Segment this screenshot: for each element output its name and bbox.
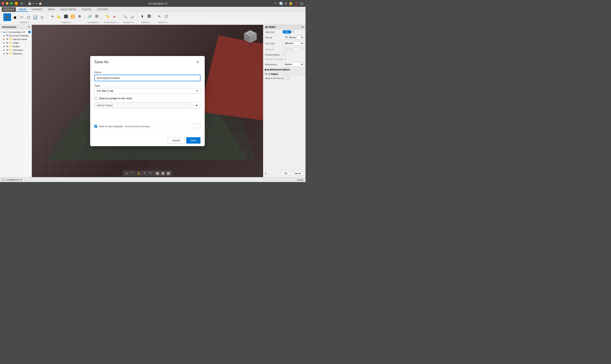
- tree-item-document-settings[interactable]: ▶ ⚙ Document Settings: [0, 34, 32, 37]
- save-computer-row: Save to my computer /Users/levidunn/Desk…: [94, 122, 200, 131]
- chamfer-icon[interactable]: 📐: [56, 13, 62, 19]
- fillet-icon[interactable]: ✂: [50, 13, 55, 19]
- panel-expand-icon[interactable]: ≫: [301, 26, 304, 28]
- grid-icon[interactable]: ⊞: [21, 2, 23, 5]
- 3d-viewport[interactable]: TOP RIGHT FRONT Z X ⊕ 📷 ✋ 🔍 🔍 ⬜ ⬜ ⬜: [32, 25, 263, 177]
- eye-icon: 👁: [6, 38, 9, 40]
- cylinder-icon[interactable]: ⬭: [19, 14, 25, 20]
- ribbon-group-modify: ✂ 📐 ⬛ 🔀 ⚙ MODIFY ▾: [48, 13, 84, 24]
- settings-icon[interactable]: ⚙: [285, 2, 287, 5]
- panel-ok-button[interactable]: OK: [281, 171, 290, 175]
- shell-icon[interactable]: ⬛: [63, 13, 69, 19]
- design-dropdown[interactable]: DESIGN ▾: [2, 7, 16, 12]
- insert-group-label: INSERT ▾: [142, 21, 150, 24]
- name-form-group: Name:: [94, 71, 200, 81]
- tree-item-canvases[interactable]: ▶ 👁 📁 Canvases: [0, 48, 32, 52]
- sidebar-collapse-icon[interactable]: ◀: [2, 26, 3, 28]
- settings-icon: ⚙: [6, 34, 8, 37]
- create-new-icon[interactable]: ➕: [3, 13, 11, 21]
- unit-type-select[interactable]: Millimeter Centimeter Inch: [283, 41, 304, 45]
- window-right-controls: ➕ 🔄 ⚙ 🔔 ❓ LL: [274, 1, 304, 5]
- tab-utilities[interactable]: UTILITIES: [95, 7, 111, 12]
- add-tab-icon[interactable]: ➕: [274, 2, 277, 5]
- tab-mesh[interactable]: MESH: [46, 7, 57, 12]
- selection-row: Selection 1 se... ✕: [263, 29, 306, 35]
- box-icon[interactable]: ◼: [12, 14, 18, 20]
- tree-item-bodies[interactable]: ▶ 👁 📁 Bodies: [0, 45, 32, 48]
- eye-icon: 👁: [6, 45, 9, 48]
- plane-icon[interactable]: 📏: [104, 13, 111, 19]
- file-icon[interactable]: ⬛: [24, 2, 27, 5]
- selection-clear-button[interactable]: ✕: [292, 31, 294, 34]
- unit-type-row: Unit Type Millimeter Centimeter Inch: [263, 40, 306, 46]
- name-input[interactable]: [94, 75, 200, 81]
- undo-icon[interactable]: ↩: [32, 2, 35, 5]
- structure-row: Structure One File: [263, 46, 306, 52]
- extrude-icon[interactable]: ◻: [39, 14, 45, 20]
- tree-item-root[interactable]: ▼ ◉ ⬡ tncncprojecy v2 !: [0, 30, 32, 34]
- combine-icon[interactable]: 🔀: [70, 13, 76, 19]
- joint-icon[interactable]: 🔗: [87, 13, 93, 19]
- section-icon[interactable]: 📊: [129, 13, 135, 19]
- cloud-project-input[interactable]: [94, 103, 192, 108]
- output-section[interactable]: ▼ ▼ Output: [263, 72, 306, 76]
- user-avatar[interactable]: LL: [299, 1, 304, 5]
- tree-item-origin[interactable]: ▶ 👁 📁 Origin: [0, 41, 32, 45]
- dialog-close-button[interactable]: ✕: [195, 59, 200, 65]
- minimize-window-button[interactable]: [6, 2, 9, 5]
- dialog-cancel-button[interactable]: Cancel: [168, 137, 184, 143]
- tab-surface[interactable]: SURFACE: [29, 7, 45, 12]
- help-icon[interactable]: ❓: [294, 2, 298, 5]
- browse-button[interactable]: …: [194, 123, 200, 130]
- measure-icon[interactable]: 🔍: [122, 13, 128, 19]
- tab-solid[interactable]: SOLID: [16, 7, 29, 12]
- send-3d-checkbox[interactable]: [286, 77, 289, 80]
- sync-icon[interactable]: 🔄: [279, 2, 283, 5]
- settings-icon[interactable]: ⚙: [20, 178, 22, 181]
- refinement-options-section[interactable]: ▶ ▶ Refinement Options: [263, 67, 306, 72]
- modify-group-label: MODIFY ▾: [62, 21, 70, 24]
- dialog-overlay: Save As ✕ Name: Type: STL files (*.stl): [32, 25, 263, 177]
- cloud-checkbox-row: Save to a project in the cloud: [94, 97, 200, 100]
- dialog-save-button[interactable]: Save: [186, 137, 200, 143]
- selection-value-button[interactable]: 1 se...: [283, 30, 291, 34]
- save-icon[interactable]: 💾: [28, 2, 31, 5]
- preview-mesh-checkbox[interactable]: [283, 53, 286, 56]
- eye-icon: 👁: [6, 49, 9, 51]
- folder-icon: 📁: [9, 41, 12, 44]
- home-icon[interactable]: 🏠: [39, 2, 42, 5]
- redo-icon[interactable]: ↪: [35, 2, 38, 5]
- sphere-icon[interactable]: ⬡: [26, 14, 31, 20]
- ribbon-group-construct: 📏 🔺 CONSTRUCT ▾: [103, 13, 120, 24]
- component-icon[interactable]: ⛓: [94, 13, 100, 19]
- revolve-icon[interactable]: 🔄: [32, 14, 38, 20]
- chevron-right-icon: ▶: [3, 35, 5, 37]
- panel-cancel-button[interactable]: Cancel: [291, 171, 304, 175]
- close-window-button[interactable]: [2, 2, 4, 5]
- select-icon[interactable]: ↖: [156, 13, 163, 19]
- tab-plastic[interactable]: PLASTIC: [79, 7, 94, 12]
- box-select-icon[interactable]: ☐: [163, 13, 169, 19]
- computer-checkbox[interactable]: [94, 125, 97, 128]
- sidebar-close-icon[interactable]: ✕: [28, 26, 30, 28]
- comments-label[interactable]: COMMENTS: [6, 179, 19, 181]
- cloud-project-dropdown-button[interactable]: ▾: [193, 102, 200, 109]
- axis-icon[interactable]: 🔺: [111, 13, 117, 19]
- type-select[interactable]: STL files (*.stl) OBJ files (*.obj) STEP…: [94, 88, 200, 94]
- maximize-window-button[interactable]: [10, 2, 13, 5]
- selection-label: Selection: [265, 31, 282, 33]
- tree-item-sketches[interactable]: ▶ 👁 📁 Sketches: [0, 52, 32, 55]
- output-label: ▼ Output: [268, 73, 278, 75]
- notification-icon[interactable]: 🔔: [289, 2, 293, 5]
- print-panel-title: 3D PRINT: [265, 26, 276, 28]
- insert-image-icon[interactable]: 🖼: [146, 13, 152, 19]
- tab-sheet-metal[interactable]: SHEET METAL: [58, 7, 79, 12]
- insert-mesh-icon[interactable]: ⬇: [139, 13, 145, 19]
- structure-select[interactable]: One File: [283, 47, 304, 51]
- refinement-select[interactable]: Low Medium High: [283, 62, 304, 66]
- window-controls[interactable]: [2, 2, 13, 5]
- scale-icon[interactable]: ⚙: [77, 13, 82, 19]
- tree-item-named-views[interactable]: ▶ 👁 📁 Named Views: [0, 37, 32, 41]
- cloud-checkbox[interactable]: [94, 97, 97, 100]
- format-select[interactable]: STL (Binary) STL (ASCII) OBJ: [283, 35, 304, 39]
